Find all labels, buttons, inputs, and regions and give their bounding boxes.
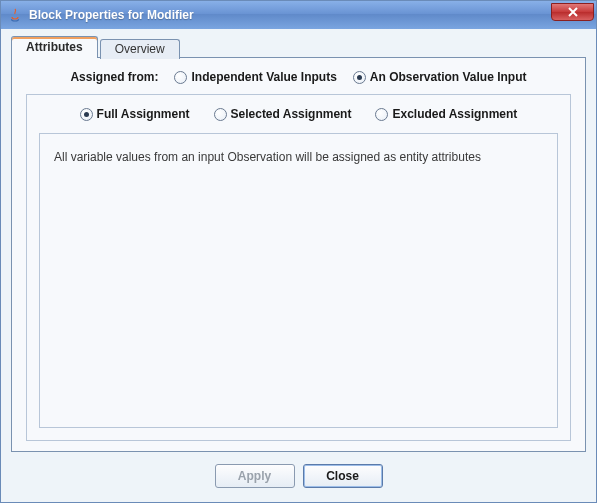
assignment-mode-row: Full Assignment Selected Assignment Excl… (39, 107, 558, 121)
radio-label: Excluded Assignment (392, 107, 517, 121)
window-title: Block Properties for Modifier (29, 8, 551, 22)
assignment-description-box: All variable values from an input Observ… (39, 133, 558, 428)
tab-content-attributes: Assigned from: Independent Value Inputs … (11, 57, 586, 452)
tab-attributes[interactable]: Attributes (11, 36, 98, 58)
radio-excluded-assignment[interactable]: Excluded Assignment (375, 107, 517, 121)
client-area: Attributes Overview Assigned from: Indep… (1, 29, 596, 502)
radio-label: An Observation Value Input (370, 70, 527, 84)
close-button[interactable]: Close (303, 464, 383, 488)
radio-icon (353, 71, 366, 84)
radio-icon (214, 108, 227, 121)
title-bar: Block Properties for Modifier (1, 1, 596, 29)
radio-icon (375, 108, 388, 121)
radio-icon (174, 71, 187, 84)
tab-label: Attributes (26, 40, 83, 54)
radio-icon (80, 108, 93, 121)
button-label: Close (326, 469, 359, 483)
radio-full-assignment[interactable]: Full Assignment (80, 107, 190, 121)
java-icon (7, 7, 23, 23)
assigned-from-row: Assigned from: Independent Value Inputs … (26, 70, 571, 84)
radio-label: Independent Value Inputs (191, 70, 336, 84)
assignment-description-text: All variable values from an input Observ… (54, 150, 481, 164)
button-label: Apply (238, 469, 271, 483)
apply-button[interactable]: Apply (215, 464, 295, 488)
assignment-group: Full Assignment Selected Assignment Excl… (26, 94, 571, 441)
radio-label: Selected Assignment (231, 107, 352, 121)
radio-label: Full Assignment (97, 107, 190, 121)
tabs-bar: Attributes Overview (3, 31, 594, 57)
tab-label: Overview (115, 42, 165, 56)
radio-independent-value-inputs[interactable]: Independent Value Inputs (174, 70, 336, 84)
radio-selected-assignment[interactable]: Selected Assignment (214, 107, 352, 121)
window-close-button[interactable] (551, 3, 594, 21)
dialog-footer: Apply Close (3, 456, 594, 500)
assigned-from-label: Assigned from: (70, 70, 158, 84)
dialog-window: Block Properties for Modifier Attributes… (0, 0, 597, 503)
tab-overview[interactable]: Overview (100, 39, 180, 59)
radio-observation-value-input[interactable]: An Observation Value Input (353, 70, 527, 84)
